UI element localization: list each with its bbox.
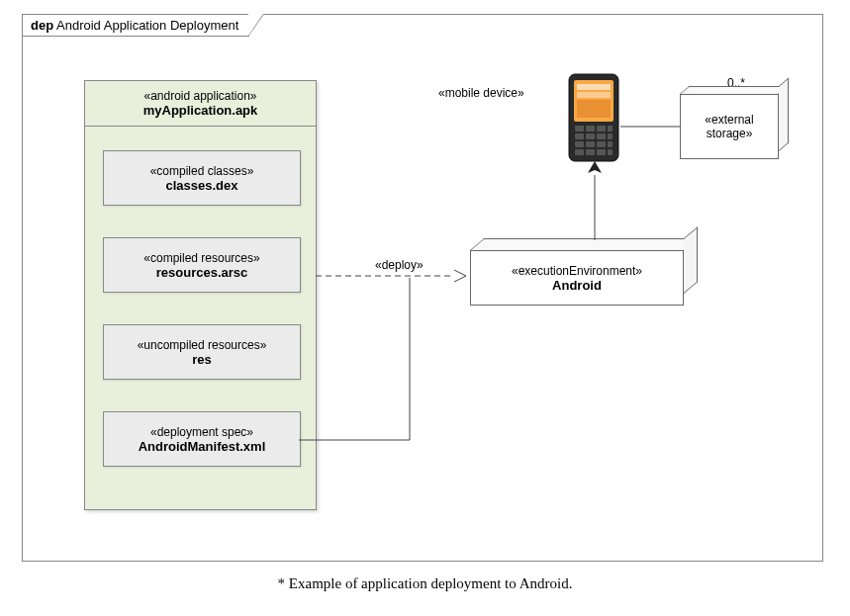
svg-rect-8 — [608, 126, 613, 132]
svg-rect-7 — [597, 126, 606, 132]
android-name: Android — [471, 278, 683, 293]
apk-artifact: «android application» myApplication.apk … — [84, 80, 317, 510]
mobile-device-label: «mobile device» — [438, 86, 524, 100]
svg-rect-5 — [575, 126, 584, 132]
svg-rect-18 — [586, 149, 595, 155]
svg-rect-20 — [608, 149, 613, 155]
diagram-caption: * Example of application deployment to A… — [0, 575, 850, 592]
android-execution-env: «executionEnvironment» Android — [470, 250, 684, 306]
connector-phone-to-storage — [620, 122, 682, 132]
svg-rect-14 — [586, 141, 595, 147]
artifact-name: res — [104, 352, 300, 367]
frame-header: dep Android Application Deployment — [22, 14, 249, 37]
artifact-name: resources.arsc — [104, 265, 300, 280]
apk-header: «android application» myApplication.apk — [85, 81, 316, 127]
artifact-classes: «compiled classes» classes.dex — [103, 150, 301, 206]
frame-title: Android Application Deployment — [56, 18, 238, 33]
artifact-manifest: «deployment spec» AndroidManifest.xml — [103, 411, 301, 467]
svg-rect-2 — [577, 84, 611, 90]
svg-rect-16 — [608, 141, 613, 147]
ext-storage-node: «external storage» — [680, 94, 779, 159]
svg-rect-19 — [597, 149, 606, 155]
svg-rect-6 — [586, 126, 595, 132]
artifact-stereo: «compiled classes» — [104, 164, 300, 178]
connector-phone-to-android — [583, 161, 607, 242]
svg-rect-13 — [575, 141, 584, 147]
artifact-res: «uncompiled resources» res — [103, 324, 301, 380]
svg-rect-9 — [575, 133, 584, 139]
android-stereo: «executionEnvironment» — [471, 264, 683, 278]
deploy-label: «deploy» — [375, 258, 424, 272]
svg-rect-3 — [577, 92, 611, 98]
ext-storage-3d-top — [680, 86, 789, 94]
apk-stereotype: «android application» — [90, 89, 311, 103]
apk-name: myApplication.apk — [90, 103, 311, 118]
svg-rect-15 — [597, 141, 606, 147]
artifact-name: classes.dex — [104, 178, 300, 193]
artifact-stereo: «deployment spec» — [104, 425, 300, 439]
ext-storage-line2: storage» — [681, 127, 778, 140]
frame-prefix: dep — [31, 18, 53, 33]
diagram-frame: dep Android Application Deployment «andr… — [22, 14, 823, 562]
artifact-stereo: «uncompiled resources» — [104, 338, 300, 352]
artifact-resources: «compiled resources» resources.arsc — [103, 237, 301, 293]
artifact-name: AndroidManifest.xml — [104, 439, 300, 454]
svg-rect-11 — [597, 133, 606, 139]
svg-rect-10 — [586, 133, 595, 139]
android-3d-right — [684, 226, 698, 294]
ext-storage-3d-right — [779, 78, 789, 151]
svg-rect-17 — [575, 149, 584, 155]
svg-rect-12 — [608, 133, 613, 139]
connector-manifest-to-deploy — [299, 272, 427, 446]
svg-rect-4 — [577, 100, 611, 118]
android-3d-top — [470, 238, 698, 250]
artifact-stereo: «compiled resources» — [104, 251, 300, 265]
ext-storage-line1: «external — [681, 113, 778, 127]
mobile-device-icon — [565, 72, 622, 163]
